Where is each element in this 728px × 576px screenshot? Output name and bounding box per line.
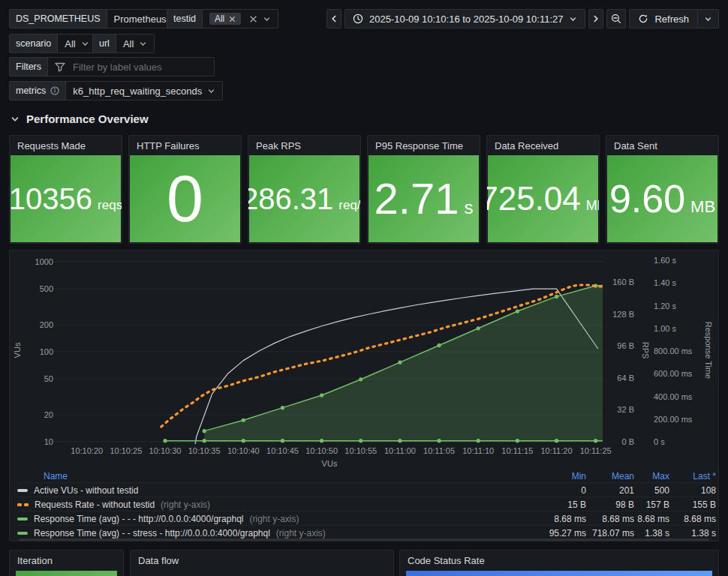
legend-row: Response Time (avg) - - - http://0.0.0.0… (17, 512, 711, 526)
url-filter[interactable]: url All (92, 34, 155, 53)
panel-title[interactable]: HTTP Failures (129, 136, 241, 155)
y-axis-tick-response-time: 1.60 s (654, 256, 676, 265)
x-axis-tick: 10:11:20 (534, 446, 579, 455)
refresh-button-group: Refresh (629, 9, 719, 28)
testid-selected-pill[interactable]: All (209, 13, 241, 25)
x-axis-tick: 10:11:00 (378, 446, 423, 455)
legend-series-name[interactable]: Response Time (avg) - - - http://0.0.0.0… (17, 514, 299, 524)
stat-unit: MB (586, 199, 600, 212)
panel-title[interactable]: Data flow (131, 550, 393, 570)
legend-series-name[interactable]: Requests Rate - without testid(right y-a… (17, 500, 210, 510)
datasource-value-text: Prometheus (114, 14, 167, 25)
time-shift-forward-button[interactable] (588, 9, 603, 28)
legend-scrollbar[interactable] (19, 538, 709, 541)
y-axis-tick-response-time: 1.20 s (654, 302, 676, 310)
series-swatch (17, 489, 28, 492)
filter-input[interactable] (71, 61, 206, 74)
zoom-out-time-button[interactable] (606, 9, 626, 28)
datasource-picker[interactable]: DS_PROMETHEUS Prometheus (9, 9, 188, 28)
y-axis-tick-vus: 20 (26, 410, 53, 419)
stat-unit: MB (690, 199, 715, 215)
stat-unit: req/s (338, 199, 361, 212)
legend-stat-value: 95.27 ms (534, 528, 586, 538)
panel-title[interactable]: Requests Made (10, 136, 122, 155)
stat-panel-data-sent: Data Sent9.60MB (606, 135, 719, 244)
legend-stat-value: 8.68 ms (617, 514, 669, 524)
y-axis-label-vus: VUs (13, 343, 22, 358)
panel-title[interactable]: P95 Response Time (368, 136, 480, 155)
stat-panel-http-failures: HTTP Failures0 (128, 135, 242, 244)
stat-value: 2.71 (375, 177, 459, 220)
y-axis-tick-response-time: 800.00 ms (654, 346, 692, 356)
y-axis-label-response-time: Response Time (704, 322, 713, 379)
y-axis-tick-rps: 64 B (607, 374, 634, 382)
scenario-value[interactable]: All (58, 34, 95, 52)
filter-funnel-icon (55, 62, 65, 72)
legend-header-row: NameMinMeanMaxLast * (17, 469, 711, 483)
panel-title[interactable]: Data Sent (606, 136, 718, 155)
x-axis-label: VUs (56, 459, 603, 468)
timeseries-panel: 1000500200100502010160 B128 B96 B64 B32 … (9, 250, 719, 542)
legend-row-separator (17, 482, 711, 483)
adhoc-filters[interactable]: Filters (9, 57, 215, 76)
remove-value-icon[interactable] (229, 16, 236, 22)
chevron-down-icon (139, 40, 147, 48)
panel-bar (406, 571, 712, 576)
y-axis-tick-vus: 10 (26, 437, 53, 446)
legend-stat-value: 155 B (663, 500, 716, 510)
panel-title[interactable]: Iteration (10, 550, 123, 570)
legend-series-name[interactable]: Response Time (avg) - - stress - http://… (17, 528, 326, 538)
testid-filter[interactable]: testid All (167, 9, 278, 28)
panel-title[interactable]: Data Received (487, 136, 599, 155)
y-axis-tick-rps: 128 B (607, 310, 634, 319)
testid-value[interactable]: All (203, 10, 278, 28)
legend-stat-value: 157 B (617, 500, 669, 510)
y-axis-tick-rps: 32 B (607, 405, 634, 414)
x-axis-tick: 10:10:55 (338, 446, 384, 455)
url-value[interactable]: All (116, 34, 154, 52)
legend-stat-value: 8.68 ms (663, 514, 716, 524)
legend-header-min[interactable]: Min (534, 471, 586, 482)
chevron-down-icon (11, 115, 20, 124)
legend-row: Active VUs - without testid0201500108 (17, 483, 711, 497)
legend-header-last[interactable]: Last * (663, 471, 716, 482)
x-axis-tick: 10:11:10 (456, 446, 501, 455)
x-axis-tick: 10:11:15 (495, 446, 540, 455)
stat-value: 725.04 (486, 182, 581, 215)
refresh-button[interactable]: Refresh (630, 10, 697, 28)
metrics-value-text: k6_http_req_waiting_seconds (73, 86, 202, 97)
legend-series-name[interactable]: Active VUs - without testid (17, 485, 138, 496)
clear-all-icon[interactable] (249, 15, 257, 23)
stat-unit: s (464, 199, 473, 217)
scenario-filter[interactable]: scenario All (9, 34, 97, 53)
legend-name-text: Response Time (avg) - - - http://0.0.0.0… (34, 514, 243, 524)
stat-panel-data-received: Data Received725.04MB (486, 135, 600, 244)
row-performance-overview[interactable]: Performance Overview (11, 112, 149, 125)
refresh-interval-dropdown[interactable] (698, 10, 718, 28)
metrics-value[interactable]: k6_http_req_waiting_seconds (66, 82, 222, 100)
time-range-picker[interactable]: 2025-10-09 10:10:16 to 2025-10-09 10:11:… (344, 9, 586, 28)
time-shift-back-button[interactable] (326, 9, 341, 28)
metrics-picker[interactable]: metrics k6_http_req_waiting_seconds (9, 81, 223, 100)
panel-title[interactable]: Peak RPS (248, 136, 360, 155)
legend-header-name[interactable]: Name (44, 471, 68, 482)
datasource-label: DS_PROMETHEUS (10, 10, 107, 28)
panel-bar (16, 571, 117, 576)
panel-iteration: Iteration (9, 550, 124, 576)
legend-stat-value: 1.38 s (617, 528, 669, 538)
y-axis-tick-rps: 96 B (607, 341, 634, 350)
legend-stat-value: 8.68 ms (534, 514, 586, 524)
legend-axis-note: (right y-axis) (276, 528, 326, 538)
chevron-down-icon (263, 15, 271, 23)
y-axis-label-rps: RPS (641, 342, 650, 359)
filters-input-wrap[interactable] (48, 58, 214, 76)
y-axis-tick-rps: 160 B (607, 278, 634, 286)
panel-title[interactable]: Code Status Rate (400, 550, 718, 570)
x-axis-tick: 10:10:35 (182, 446, 227, 455)
legend-header-max[interactable]: Max (617, 471, 669, 482)
refresh-label: Refresh (654, 14, 689, 25)
x-axis-tick: 10:10:20 (65, 446, 110, 455)
chevron-down-icon (207, 87, 215, 95)
series-swatch (17, 518, 28, 520)
testid-pill-text: All (215, 14, 224, 24)
